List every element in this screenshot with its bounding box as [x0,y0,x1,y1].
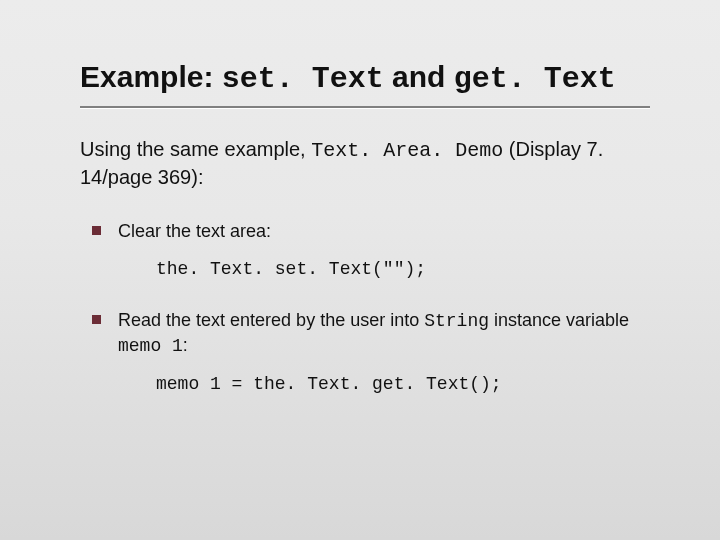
bullet2-post: : [183,335,188,355]
bullet2-pre: Read the text entered by the user into [118,310,424,330]
bullet-list: Clear the text area: the. Text. set. Tex… [80,219,650,396]
slide-title: Example: set. Text and get. Text [80,60,650,96]
bullet1-text: Clear the text area: [118,221,271,241]
intro-code: Text. Area. Demo [311,139,503,162]
list-item: Clear the text area: the. Text. set. Tex… [92,219,650,282]
list-item: Read the text entered by the user into S… [92,308,650,397]
title-code-1: set. Text [222,62,384,96]
title-text-pre: Example: [80,60,222,93]
title-code-2: get. Text [454,62,616,96]
title-text-mid: and [384,60,454,93]
bullet2-code: memo 1 = the. Text. get. Text(); [118,372,650,396]
bullet2-code-inline-2: memo 1 [118,336,183,356]
intro-paragraph: Using the same example, Text. Area. Demo… [80,136,650,191]
bullet2-code-inline-1: String [424,311,489,331]
bullet1-code: the. Text. set. Text(""); [118,257,650,281]
intro-pre: Using the same example, [80,138,311,160]
title-underline [80,106,650,108]
bullet2-mid: instance variable [489,310,629,330]
